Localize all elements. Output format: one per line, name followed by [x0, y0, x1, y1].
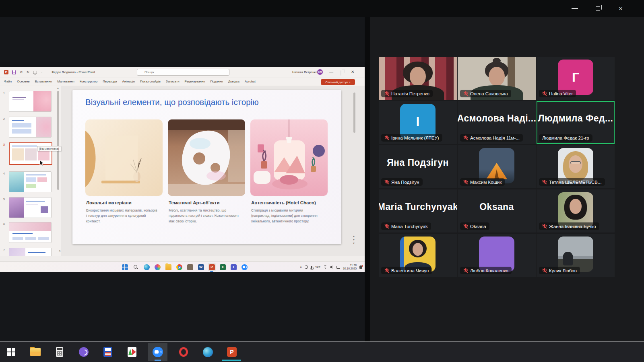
account-name[interactable]: Наталія Петренко: [292, 70, 317, 74]
powerpoint-icon: P: [227, 347, 237, 357]
ppt-minimize-button[interactable]: —: [329, 70, 333, 74]
participant-tile-active-speaker[interactable]: Людмила Фед... Людмила Федак 21-гр: [537, 101, 615, 144]
tab-review[interactable]: Рецензування: [185, 80, 205, 83]
next-slide-icon[interactable]: ▼: [353, 242, 355, 245]
participant-tile[interactable]: Жанна Іванівна Бучко: [537, 189, 615, 232]
powerpoint-app-icon[interactable]: P: [4, 70, 8, 74]
column-body: Меблі, освітлення та мистецтво, що підси…: [169, 208, 240, 224]
tab-draw[interactable]: Малювання: [57, 80, 74, 83]
present-icon[interactable]: [33, 71, 37, 74]
share-button[interactable]: Спільний доступ▾: [321, 79, 355, 85]
shared-excel-button[interactable]: X: [219, 263, 227, 271]
slide-scrollbar[interactable]: [353, 93, 355, 133]
shared-copilot-button[interactable]: [153, 263, 161, 271]
save-icon[interactable]: [12, 70, 16, 74]
participant-tile[interactable]: Oksana Oksana: [458, 189, 536, 232]
participant-name: Oksana: [470, 224, 486, 229]
shared-zoom-button[interactable]: [240, 263, 248, 271]
shared-wifi-icon[interactable]: [323, 265, 327, 269]
participant-tile[interactable]: Олена Саковська: [458, 57, 536, 100]
tab-record[interactable]: Записати: [166, 80, 180, 83]
shared-sync-icon[interactable]: [305, 265, 308, 269]
restore-icon: [596, 6, 600, 11]
shared-chrome-button[interactable]: [175, 263, 183, 271]
close-button[interactable]: ×: [611, 0, 630, 17]
redo-icon[interactable]: ↻: [27, 70, 30, 74]
shared-clock[interactable]: 11:2830.10.2025: [343, 264, 357, 271]
viber-button[interactable]: [76, 343, 92, 361]
participant-tile[interactable]: Валентина Чичун: [379, 234, 457, 277]
tab-slideshow[interactable]: Показ слайдів: [140, 80, 161, 83]
tab-file[interactable]: Файл: [4, 80, 12, 83]
shared-search-button[interactable]: [132, 263, 140, 271]
participant-tile[interactable]: Тетяна ШЕЛЕМЕТЬЄВ...: [537, 145, 615, 188]
edge-button[interactable]: [200, 343, 216, 361]
restore-button[interactable]: [588, 0, 607, 17]
participant-tile[interactable]: Любов Коваленко: [458, 234, 536, 277]
thumbnail-slide-4[interactable]: 4: [3, 171, 52, 192]
shared-edge-button[interactable]: [142, 263, 151, 271]
participant-tile[interactable]: Максим Кошик: [458, 145, 536, 188]
shared-device-icon[interactable]: [336, 266, 340, 269]
ppt-close-button[interactable]: ✕: [351, 70, 354, 74]
participant-tile[interactable]: Асмолова Наді... Асмолова Надія 11м-...: [458, 101, 536, 144]
tab-animations[interactable]: Анімація: [122, 80, 135, 83]
previous-slide-icon[interactable]: ▼: [353, 239, 355, 241]
participant-tile[interactable]: Яна Подзігун Яна Подзігун: [379, 145, 457, 188]
shared-powerpoint-button-active[interactable]: P: [208, 263, 216, 271]
shared-teams-button[interactable]: T: [229, 263, 237, 271]
thumbnail-slide-5[interactable]: 5: [3, 197, 52, 218]
panel-scrollbar[interactable]: [57, 91, 59, 190]
account-avatar[interactable]: НП: [317, 69, 323, 75]
quick-access-caret-icon[interactable]: ⌄: [41, 71, 43, 74]
participant-tile[interactable]: Г Halina Viter: [537, 57, 615, 100]
thumbnail-slide-7[interactable]: 7: [3, 248, 52, 256]
tab-home[interactable]: Основне: [17, 80, 29, 83]
participant-name: Maria Turchynyak: [391, 224, 428, 229]
teams-icon: T: [231, 264, 237, 270]
shared-language-indicator[interactable]: УКР: [315, 266, 320, 269]
abbyy-button[interactable]: [124, 343, 140, 361]
shared-tray-chevron-icon[interactable]: ∧: [300, 265, 302, 269]
shared-store-button[interactable]: [186, 263, 194, 271]
thumbnail-slide-2[interactable]: 2: [3, 117, 52, 138]
panel-scroll-up-icon[interactable]: ▲: [57, 87, 59, 89]
powerpoint-active-indicator: [222, 360, 241, 361]
start-button[interactable]: [3, 343, 19, 361]
participant-tile[interactable]: Наталія Петренко: [379, 57, 457, 100]
shared-notifications-icon[interactable]: [359, 265, 362, 269]
thumbnail-slide-1[interactable]: 1: [3, 91, 52, 112]
participant-tile[interactable]: Maria Turchynyak Maria Turchynyak: [379, 189, 457, 232]
shared-start-button[interactable]: [121, 263, 129, 271]
tab-view[interactable]: Подання: [210, 80, 223, 83]
powerpoint-search-input[interactable]: [137, 69, 229, 76]
zoom-taskbar-button-active[interactable]: [148, 343, 167, 361]
slide-canvas[interactable]: Візуальні елементи, що розповідають істо…: [72, 90, 341, 244]
undo-icon[interactable]: ↺: [20, 70, 23, 74]
save-app-button[interactable]: [100, 343, 116, 361]
participant-name: Яна Подзігун: [391, 180, 419, 185]
opera-button[interactable]: [175, 343, 192, 361]
shared-mic-icon[interactable]: [311, 266, 312, 269]
shared-speaker-icon[interactable]: [330, 265, 334, 269]
ppt-restore-button[interactable]: [341, 71, 341, 75]
shared-explorer-button[interactable]: [164, 263, 172, 271]
file-explorer-button[interactable]: [27, 343, 43, 361]
tab-design[interactable]: Конструктор: [80, 80, 97, 83]
participant-tile[interactable]: І Ірина Мельник (ЛТЕУ): [379, 101, 457, 144]
mic-muted-icon: [384, 179, 389, 185]
folder-icon: [165, 264, 171, 270]
calculator-button[interactable]: [52, 343, 68, 361]
mic-muted-icon: [463, 179, 468, 185]
tab-insert[interactable]: Вставлення: [35, 80, 52, 83]
minimize-button[interactable]: [566, 0, 584, 17]
tab-transitions[interactable]: Переходи: [103, 80, 117, 83]
shared-desktop-taskbar: W P X T ∧ УКР 11:2830.10.2025: [0, 261, 365, 272]
scroll-up-icon[interactable]: ▲: [353, 235, 355, 237]
tab-acrobat[interactable]: Acrobat: [245, 80, 256, 83]
powerpoint-taskbar-button[interactable]: P: [224, 343, 240, 361]
tab-help[interactable]: Довідка: [228, 80, 239, 83]
shared-word-button[interactable]: W: [197, 263, 205, 271]
participant-tile[interactable]: Кулик Любов: [537, 234, 615, 277]
thumbnail-slide-6[interactable]: 6: [3, 222, 52, 243]
